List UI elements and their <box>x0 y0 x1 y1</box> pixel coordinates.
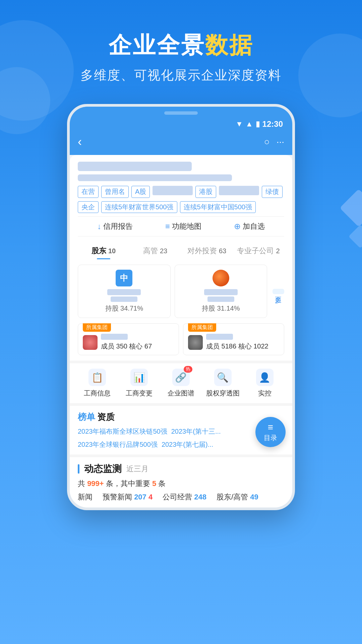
tab-subsidiary-count: 2 <box>276 247 280 255</box>
company-detail-blurred <box>78 174 232 181</box>
group-card-1[interactable]: 所属集团 成员 350 核心 67 <box>78 323 179 355</box>
ranking-link-1[interactable]: 2023年(第十三... <box>171 427 221 436</box>
sh2-name-blurred2 <box>207 297 234 302</box>
rankings-title: 资质 <box>97 411 115 423</box>
tag-yangqi[interactable]: 央企 <box>78 201 99 213</box>
tab-investment[interactable]: 对外投资 63 <box>181 246 233 259</box>
signal-icon: ▲ <box>246 120 253 128</box>
feature-shikong[interactable]: 👤 实控 <box>244 369 286 398</box>
fab-icon: ≡ <box>268 422 273 433</box>
feature-guquan[interactable]: 🔍 股权穿透图 <box>202 369 244 398</box>
shareholder-card-1[interactable]: 中 持股 34.71% <box>78 265 171 318</box>
hero-section: 企业全景数据 多维度、可视化展示企业深度资料 <box>0 0 362 97</box>
group-logo-2 <box>188 335 203 350</box>
feature-label-3: 股权穿透图 <box>206 389 240 398</box>
ranking-link-3[interactable]: 2023年(第七届)... <box>162 440 213 449</box>
ranking-link-0[interactable]: 2023年福布斯全球区块链50强 <box>78 427 167 436</box>
fab-button[interactable]: ≡ 目录 <box>255 417 286 447</box>
feature-qiye-tupu[interactable]: 🔗 热 企业图谱 <box>160 369 202 398</box>
shikong-icon: 👤 <box>259 372 270 383</box>
watchlist-label: 加自选 <box>243 221 265 231</box>
tab-subsidiary-label: 专业子公司 <box>237 247 274 255</box>
feature-label-0: 工商信息 <box>84 389 111 398</box>
sh1-percent: 持股 34.71% <box>105 304 143 313</box>
feature-icon-gongshang: 📋 <box>88 369 106 386</box>
feature-icon-shikong: 👤 <box>256 369 274 386</box>
stat-warning-num: 207 <box>134 493 146 501</box>
monitor-period: 近三月 <box>126 464 148 474</box>
app-header: ‹ ○ ··· <box>70 131 292 155</box>
group-name-blurred-2 <box>206 334 233 340</box>
tab-shareholder[interactable]: 股东 10 <box>78 246 129 259</box>
monitor-section: 动态监测 近三月 共 999+ 条，其中重要 5 条 新闻 预警新闻 207 4… <box>70 454 292 507</box>
add-watchlist-btn[interactable]: ⊕ 加自选 <box>234 221 265 231</box>
stat-operation: 公司经营 248 <box>163 492 206 502</box>
feature-gongshang-xinxi[interactable]: 📋 工商信息 <box>76 369 118 398</box>
hero-subtitle: 多维度、可视化展示企业深度资料 <box>0 67 362 84</box>
monitor-total: 999+ <box>87 479 104 488</box>
diamond-small <box>349 225 362 249</box>
tab-shareholder-count: 10 <box>108 247 116 255</box>
group-row: 所属集团 成员 350 核心 67 所属集团 成员 5186 核心 102 <box>70 323 292 361</box>
tab-investment-count: 63 <box>219 247 226 255</box>
sh1-name-blurred2 <box>111 297 137 302</box>
function-label: 功能地图 <box>172 221 201 231</box>
group-card-2[interactable]: 所属集团 成员 5186 核心 1022 <box>183 323 284 355</box>
company-name-blurred <box>78 162 192 171</box>
feature-icon-tupu: 🔗 热 <box>172 369 190 386</box>
tag-zaiying[interactable]: 在营 <box>78 186 99 198</box>
search-icon[interactable]: ○ <box>264 137 270 147</box>
phone-notch <box>70 107 292 117</box>
group-name-blurred-1 <box>101 334 128 340</box>
shareholder-more[interactable]: 更多 <box>271 265 284 318</box>
tag-zengyongming[interactable]: 曾用名 <box>101 186 129 198</box>
guquan-icon: 🔍 <box>217 372 229 383</box>
hero-title-part1: 企业全景 <box>109 32 205 58</box>
tag-aguo[interactable]: A股 <box>131 186 150 198</box>
rankings-links: 2023年福布斯全球区块链50强 2023年(第十三... 2023年全球银行品… <box>78 427 284 449</box>
stat-warning: 预警新闻 207 4 <box>103 492 153 502</box>
monitor-important: 5 <box>152 479 156 488</box>
tag-ganggu[interactable]: 港股 <box>195 186 216 198</box>
monitor-title: 动态监测 <box>84 463 122 475</box>
tab-subsidiary[interactable]: 专业子公司 2 <box>233 246 284 259</box>
monitor-header: 动态监测 近三月 <box>78 463 284 475</box>
tag-lvzhai[interactable]: 绿债 <box>262 186 283 198</box>
shareholder-card-2[interactable]: 持股 31.14% <box>175 265 267 318</box>
hero-title-part2: 数据 <box>205 32 253 58</box>
plus-circle-icon: ⊕ <box>234 222 241 231</box>
sh2-name-blurred <box>204 289 238 295</box>
group-stats-2: 成员 5186 核心 1022 <box>206 342 268 351</box>
tab-investment-label: 对外投资 <box>187 247 217 255</box>
group-badge-2: 所属集团 <box>188 323 216 332</box>
credit-label: 信用报告 <box>103 221 133 231</box>
action-row: ↓ 信用报告 ≡ 功能地图 ⊕ 加自选 <box>78 216 284 236</box>
phone-body: ▼ ▲ ▮ 12:30 ‹ ○ ··· 在营 曾用名 A股 港 <box>67 104 295 510</box>
feature-gongshang-biangeng[interactable]: 📊 工商变更 <box>118 369 160 398</box>
list-icon: ≡ <box>165 222 170 231</box>
group-content-2: 成员 5186 核心 1022 <box>188 334 279 351</box>
rankings-header: 榜单 资质 <box>78 411 284 423</box>
company-section: 在营 曾用名 A股 港股 绿债 央企 连续5年财富世界500强 连续5年财富中国… <box>70 155 292 240</box>
group-content-1: 成员 350 核心 67 <box>83 334 174 351</box>
tab-executive[interactable]: 高管 23 <box>129 246 181 259</box>
tags-row-1: 在营 曾用名 A股 港股 绿债 <box>78 186 284 198</box>
tag-world500[interactable]: 连续5年财富世界500强 <box>101 201 177 213</box>
stat-shareholders-num: 49 <box>250 493 258 501</box>
feature-label-2: 企业图谱 <box>168 389 194 398</box>
more-icon[interactable]: ··· <box>277 137 284 147</box>
more-btn[interactable]: 更多 <box>273 289 284 294</box>
monitor-stats: 新闻 预警新闻 207 4 公司经营 248 股东/高管 49 <box>78 492 284 502</box>
ranking-link-2[interactable]: 2023年全球银行品牌500强 <box>78 440 158 449</box>
back-button[interactable]: ‹ <box>78 135 82 149</box>
hot-badge: 热 <box>184 366 192 373</box>
feature-icon-biangeng: 📊 <box>130 369 148 386</box>
group-badge-1: 所属集团 <box>83 323 111 332</box>
stat-operation-num: 248 <box>194 493 206 501</box>
credit-report-btn[interactable]: ↓ 信用报告 <box>97 221 133 231</box>
tags-row-2: 央企 连续5年财富世界500强 连续5年财富中国500强 <box>78 201 284 213</box>
function-map-btn[interactable]: ≡ 功能地图 <box>165 221 201 231</box>
feature-label-1: 工商变更 <box>126 389 153 398</box>
tag-china500[interactable]: 连续5年财富中国500强 <box>180 201 256 213</box>
blue-bar-decoration <box>78 464 79 474</box>
